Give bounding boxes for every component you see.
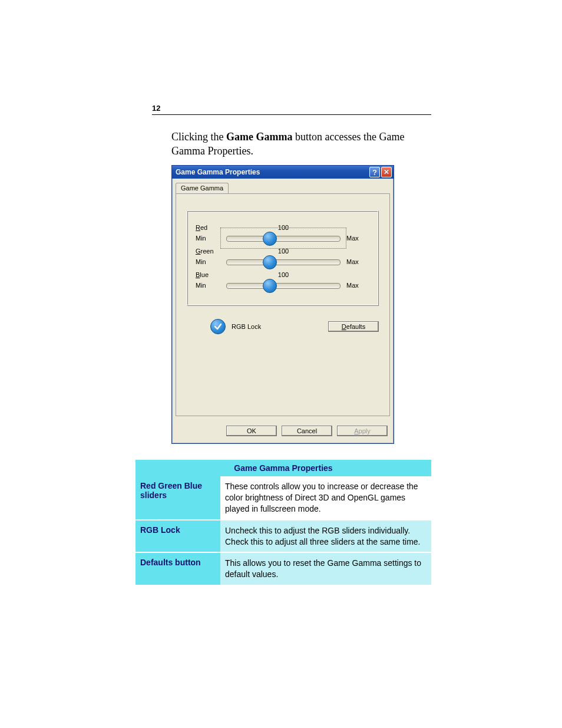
red-slider[interactable] — [224, 231, 343, 245]
table-header: Game Gamma Properties — [135, 460, 431, 476]
green-min-label: Min — [196, 258, 220, 265]
blue-slider[interactable] — [224, 278, 343, 292]
table-row: Red Green Blue sliders These controls al… — [135, 476, 431, 520]
table-row: Defaults button This allows you to reset… — [135, 552, 431, 585]
table-cell-desc: These controls allow you to increase or … — [220, 476, 431, 520]
green-slider[interactable] — [224, 255, 343, 269]
intro-pre: Clicking the — [171, 131, 226, 143]
table-row: RGB Lock Uncheck this to adjust the RGB … — [135, 520, 431, 553]
table-cell-desc: This allows you to reset the Game Gamma … — [220, 552, 431, 585]
close-icon[interactable]: ✕ — [381, 167, 392, 177]
table-cell-name: Defaults button — [135, 552, 220, 585]
properties-table: Game Gamma Properties Red Green Blue sli… — [135, 460, 431, 586]
table-cell-name: Red Green Blue sliders — [135, 476, 220, 520]
table-cell-desc: Uncheck this to adjust the RGB sliders i… — [220, 520, 431, 553]
sliders-group: Red 100 Min Max Green 100 — [187, 210, 379, 306]
green-slider-thumb[interactable] — [263, 255, 277, 269]
tab-body: Red 100 Min Max Green 100 — [176, 193, 390, 416]
blue-min-label: Min — [196, 282, 220, 289]
red-max-label: Max — [346, 235, 370, 242]
dialog-titlebar[interactable]: Game Gamma Properties ? ✕ — [172, 166, 394, 179]
checkmark-icon — [214, 322, 222, 331]
blue-slider-thumb[interactable] — [263, 279, 277, 293]
rgb-lock-label: RGB Lock — [232, 323, 261, 330]
table-cell-name: RGB Lock — [135, 520, 220, 553]
rgb-lock-checkbox[interactable] — [210, 319, 226, 334]
blue-max-label: Max — [346, 282, 370, 289]
help-icon[interactable]: ? — [369, 167, 380, 177]
header-rule — [152, 114, 431, 115]
green-label: Green — [196, 248, 220, 255]
apply-button[interactable]: Apply — [337, 426, 388, 436]
red-slider-thumb[interactable] — [263, 232, 277, 246]
red-min-label: Min — [196, 235, 220, 242]
green-max-label: Max — [346, 258, 370, 265]
ok-button[interactable]: OK — [226, 426, 277, 436]
blue-label: Blue — [196, 271, 220, 278]
intro-bold: Game Gamma — [226, 131, 292, 143]
game-gamma-dialog: Game Gamma Properties ? ✕ Game Gamma Red… — [171, 165, 394, 444]
tab-game-gamma[interactable]: Game Gamma — [176, 183, 229, 194]
dialog-title: Game Gamma Properties — [176, 168, 368, 176]
defaults-button[interactable]: Defaults — [328, 321, 379, 332]
page-number: 12 — [152, 104, 160, 113]
cancel-button[interactable]: Cancel — [282, 426, 332, 436]
tab-strip: Game Gamma — [172, 179, 394, 193]
intro-paragraph: Clicking the Game Gamma button accesses … — [171, 130, 431, 159]
blue-value: 100 — [224, 271, 343, 278]
dialog-button-row: OK Cancel Apply — [172, 420, 394, 443]
red-label: Red — [196, 224, 220, 231]
